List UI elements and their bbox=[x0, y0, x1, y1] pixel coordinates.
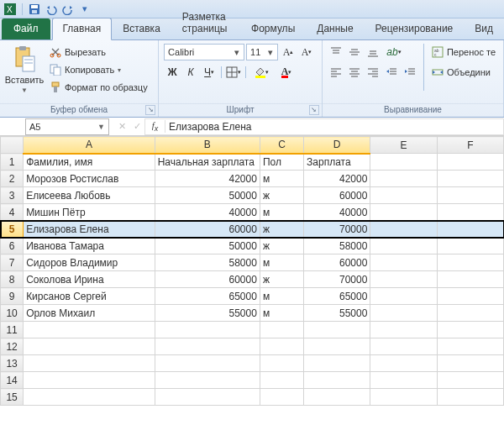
underline-button[interactable]: Ч▾ bbox=[201, 64, 218, 81]
table-row[interactable]: 11 bbox=[1, 322, 504, 338]
table-row[interactable]: 15 bbox=[1, 389, 504, 406]
cell[interactable]: 60000 bbox=[155, 271, 260, 288]
cell[interactable] bbox=[437, 372, 503, 389]
cell[interactable] bbox=[155, 322, 260, 338]
table-row[interactable]: 9Кирсанов Сергей65000м65000 bbox=[1, 288, 504, 305]
cell[interactable]: м bbox=[260, 171, 303, 187]
align-center-button[interactable] bbox=[346, 64, 363, 81]
cell[interactable]: 58000 bbox=[155, 254, 260, 271]
cell[interactable] bbox=[437, 171, 503, 187]
cell[interactable]: м bbox=[260, 254, 303, 271]
cell[interactable]: Соколова Ирина bbox=[24, 271, 155, 288]
cell[interactable] bbox=[437, 221, 503, 238]
save-icon[interactable] bbox=[28, 3, 41, 16]
cell[interactable] bbox=[437, 355, 503, 372]
cell[interactable]: Зарплата bbox=[304, 154, 370, 171]
cell[interactable] bbox=[370, 187, 437, 204]
row-header[interactable]: 6 bbox=[1, 238, 24, 254]
cell[interactable] bbox=[370, 355, 437, 372]
cell[interactable]: 42000 bbox=[304, 171, 370, 187]
dialog-launcher-icon[interactable]: ↘ bbox=[145, 105, 155, 115]
copy-button[interactable]: Копировать ▾ bbox=[47, 61, 150, 78]
cell[interactable] bbox=[24, 389, 155, 406]
cell[interactable]: 55000 bbox=[304, 305, 370, 322]
cell[interactable] bbox=[437, 271, 503, 288]
row-header[interactable]: 3 bbox=[1, 187, 24, 204]
increase-indent-button[interactable] bbox=[402, 64, 418, 81]
cell[interactable] bbox=[304, 389, 370, 406]
italic-button[interactable]: К bbox=[182, 64, 199, 81]
cell[interactable]: м bbox=[260, 305, 303, 322]
cell[interactable] bbox=[260, 372, 303, 389]
cell[interactable]: Начальная зарплата bbox=[155, 154, 260, 171]
cell[interactable]: Морозов Ростислав bbox=[24, 171, 155, 187]
cell[interactable] bbox=[437, 338, 503, 355]
cell[interactable]: 55000 bbox=[155, 305, 260, 322]
cell[interactable] bbox=[370, 338, 437, 355]
paste-button[interactable]: Вставить ▼ bbox=[5, 44, 44, 97]
tab-insert[interactable]: Вставка bbox=[112, 18, 171, 39]
row-header[interactable]: 10 bbox=[1, 305, 24, 322]
cell[interactable] bbox=[370, 288, 437, 305]
table-row[interactable]: 1Фамилия, имяНачальная зарплатаПолЗарпла… bbox=[1, 154, 504, 171]
table-row[interactable]: 2Морозов Ростислав42000м42000 bbox=[1, 171, 504, 187]
name-box[interactable]: A5 ▼ bbox=[25, 118, 109, 135]
cell[interactable]: Мишин Пётр bbox=[24, 204, 155, 221]
cell[interactable] bbox=[370, 238, 437, 254]
cell[interactable]: 65000 bbox=[304, 288, 370, 305]
column-header[interactable]: A bbox=[24, 137, 155, 154]
cell[interactable] bbox=[437, 238, 503, 254]
bold-button[interactable]: Ж bbox=[164, 64, 181, 81]
cell[interactable]: ж bbox=[260, 221, 303, 238]
cell[interactable] bbox=[260, 338, 303, 355]
cell[interactable]: ж bbox=[260, 187, 303, 204]
cell[interactable] bbox=[370, 171, 437, 187]
fx-icon[interactable]: fx bbox=[145, 120, 165, 133]
row-header[interactable]: 2 bbox=[1, 171, 24, 187]
align-left-button[interactable] bbox=[328, 64, 344, 81]
table-row[interactable]: 3Елисеева Любовь50000ж60000 bbox=[1, 187, 504, 204]
redo-icon[interactable] bbox=[61, 3, 75, 16]
cell[interactable] bbox=[260, 322, 303, 338]
borders-button[interactable]: ▾ bbox=[225, 64, 242, 81]
cell[interactable] bbox=[437, 154, 503, 171]
row-header[interactable]: 9 bbox=[1, 288, 24, 305]
cell[interactable] bbox=[304, 322, 370, 338]
table-row[interactable]: 4Мишин Пётр40000м40000 bbox=[1, 204, 504, 221]
cell[interactable]: 50000 bbox=[155, 238, 260, 254]
cut-button[interactable]: Вырезать bbox=[47, 44, 150, 60]
row-header[interactable]: 5 bbox=[1, 221, 24, 238]
column-header[interactable]: C bbox=[260, 137, 303, 154]
cell[interactable] bbox=[304, 355, 370, 372]
cell[interactable]: 60000 bbox=[155, 221, 260, 238]
tab-page-layout[interactable]: Разметка страницы bbox=[171, 6, 240, 39]
cell[interactable]: Пол bbox=[260, 154, 303, 171]
cell[interactable]: ж bbox=[260, 238, 303, 254]
align-right-button[interactable] bbox=[365, 64, 381, 81]
table-row[interactable]: 5Елизарова Елена60000ж70000 bbox=[1, 221, 504, 238]
row-header[interactable]: 4 bbox=[1, 204, 24, 221]
row-header[interactable]: 12 bbox=[1, 338, 24, 355]
cell[interactable]: Сидоров Владимир bbox=[24, 254, 155, 271]
cell[interactable] bbox=[260, 355, 303, 372]
tab-file[interactable]: Файл bbox=[2, 18, 50, 39]
cell[interactable] bbox=[304, 338, 370, 355]
cell[interactable]: 42000 bbox=[155, 171, 260, 187]
tab-view[interactable]: Вид bbox=[464, 18, 504, 39]
wrap-text-button[interactable]: abc Перенос те bbox=[429, 44, 498, 60]
cell[interactable] bbox=[155, 338, 260, 355]
column-header[interactable]: D bbox=[304, 137, 370, 154]
cell[interactable]: 50000 bbox=[155, 187, 260, 204]
cell[interactable] bbox=[370, 305, 437, 322]
cell[interactable] bbox=[437, 288, 503, 305]
cell[interactable]: Орлов Михаил bbox=[24, 305, 155, 322]
shrink-font-button[interactable]: A▾ bbox=[298, 44, 315, 60]
fill-color-button[interactable]: ▾ bbox=[249, 64, 273, 81]
align-top-button[interactable] bbox=[328, 44, 344, 60]
cell[interactable]: Елисеева Любовь bbox=[24, 187, 155, 204]
cell[interactable] bbox=[370, 322, 437, 338]
cell[interactable] bbox=[437, 389, 503, 406]
cell[interactable] bbox=[155, 372, 260, 389]
row-header[interactable]: 7 bbox=[1, 254, 24, 271]
cell[interactable] bbox=[24, 355, 155, 372]
